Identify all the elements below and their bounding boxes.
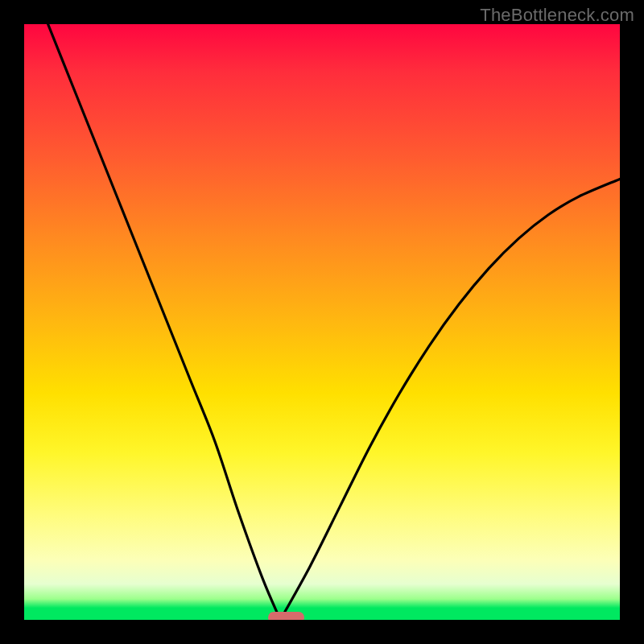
chart-frame: TheBottleneck.com (0, 0, 644, 644)
curve-layer (24, 24, 620, 620)
left-branch-curve (48, 24, 281, 620)
right-branch-curve (280, 179, 620, 620)
watermark-text: TheBottleneck.com (480, 5, 634, 26)
plot-area (24, 24, 620, 620)
optimum-marker (268, 612, 303, 620)
